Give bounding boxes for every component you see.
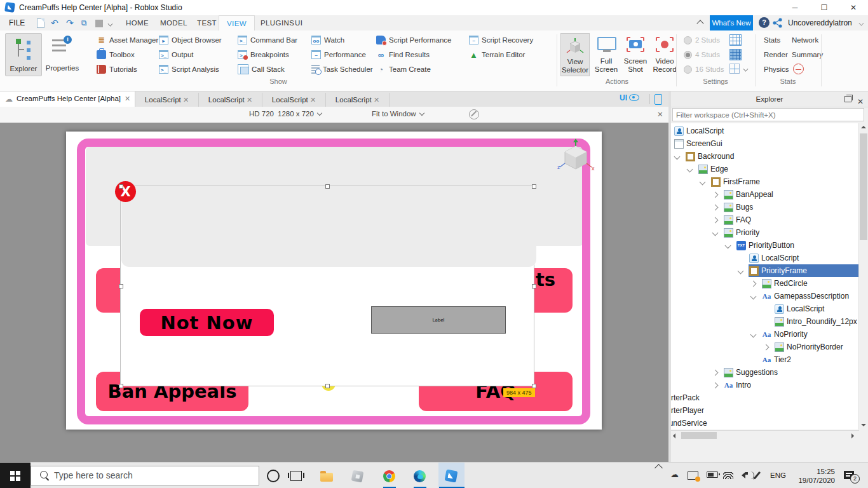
red-circle-close[interactable]: X: [115, 181, 136, 202]
battery-icon[interactable]: [707, 468, 718, 488]
expand-arrow-icon[interactable]: [712, 205, 719, 211]
ribbon-item-output[interactable]: >_Output: [159, 49, 194, 60]
no-throttle-icon[interactable]: [469, 109, 479, 119]
float-panel-icon[interactable]: [844, 96, 851, 102]
grid-setting-16-studs[interactable]: 16 Studs: [684, 64, 724, 75]
collapse-arrow-icon[interactable]: [738, 268, 744, 274]
radio-icon[interactable]: [684, 36, 692, 44]
selection-handle[interactable]: [119, 184, 123, 189]
stats-item-render[interactable]: Render: [764, 49, 788, 60]
stats-item-network[interactable]: Network: [792, 34, 818, 46]
tree-item-faq[interactable]: FAQ: [671, 214, 859, 226]
hidden-icons-button[interactable]: [656, 463, 661, 488]
radio-icon[interactable]: [684, 51, 692, 59]
ribbon-tab-model[interactable]: MODEL: [153, 15, 195, 30]
expand-arrow-icon[interactable]: [712, 370, 719, 376]
close-button[interactable]: ✕: [839, 0, 868, 15]
tab-localscript-4[interactable]: LocalScript ✕: [326, 93, 390, 107]
tree-item-tier2[interactable]: AaTier2: [671, 353, 859, 366]
ribbon-item-tutorials[interactable]: Tutorials: [97, 64, 137, 75]
tree-item-screengui[interactable]: ScreenGui: [671, 137, 859, 150]
selection-handle[interactable]: [532, 384, 536, 388]
tree-item-edge[interactable]: Edge: [671, 163, 859, 175]
language-indicator[interactable]: ENG: [770, 471, 786, 488]
display-sync-icon[interactable]: [688, 471, 698, 488]
tree-item-gamepassdescription[interactable]: AaGamepassDescription: [671, 290, 859, 302]
whats-new-button[interactable]: What's New: [710, 15, 753, 30]
tree-item-localscript[interactable]: LocalScript: [671, 252, 859, 264]
ribbon-item-watch[interactable]: ooWatch: [311, 34, 344, 46]
selection-handle[interactable]: [532, 184, 536, 189]
view-selector-cube[interactable]: z x: [557, 139, 595, 177]
collapse-arrow-icon[interactable]: [700, 179, 706, 186]
quick-access-dropdown-icon[interactable]: [108, 22, 113, 27]
close-panel-icon[interactable]: ✕: [857, 94, 864, 109]
expand-arrow-icon[interactable]: [763, 344, 770, 351]
ribbon-item-object-browser[interactable]: ▸Object Browser: [159, 34, 222, 46]
onedrive-icon[interactable]: ☁: [670, 470, 679, 488]
grid-setting-4-studs[interactable]: 4 Studs: [684, 49, 720, 60]
tree-item-nopriorityborder[interactable]: NoPriorityBorder: [671, 341, 859, 353]
collapse-arrow-icon[interactable]: [674, 154, 681, 160]
label-box[interactable]: Label: [371, 306, 506, 334]
volume-icon[interactable]: [738, 471, 745, 488]
file-explorer-button[interactable]: [318, 467, 336, 485]
scroll-right-icon[interactable]: [851, 433, 854, 438]
start-button[interactable]: [0, 463, 31, 488]
taskbar-search[interactable]: Type here to search: [31, 466, 259, 485]
expand-arrow-icon[interactable]: [712, 217, 719, 224]
collapse-arrow-icon[interactable]: [725, 243, 731, 249]
close-tab-icon[interactable]: ✕: [310, 96, 316, 104]
redo-icon[interactable]: ↷: [66, 18, 74, 28]
ribbon-item-call-stack[interactable]: Call Stack: [238, 64, 285, 75]
ribbon-item-script-performance[interactable]: Script Performance: [376, 34, 451, 46]
vertical-scroll-thumb[interactable]: [860, 133, 867, 240]
ribbon-tab-ui[interactable]: UI: [287, 15, 310, 30]
tree-item-bugs[interactable]: Bugs: [671, 201, 859, 214]
username-label[interactable]: Uncovereddylatron: [788, 18, 852, 27]
close-emulation-icon[interactable]: ✕: [657, 110, 663, 119]
expand-arrow-icon[interactable]: [712, 192, 719, 198]
tab-localscript-1[interactable]: LocalScript ✕: [135, 93, 199, 107]
close-tab-icon[interactable]: ✕: [183, 96, 189, 104]
screenshot-tool-icon[interactable]: ⧉: [81, 18, 87, 28]
tree-item-nopriority[interactable]: AaNoPriority: [671, 328, 859, 341]
wifi-icon[interactable]: [723, 472, 733, 488]
scroll-down-icon[interactable]: [859, 421, 868, 430]
tree-item-soundservice[interactable]: SoundService: [671, 417, 859, 430]
selection-handle[interactable]: [325, 384, 330, 388]
maximize-button[interactable]: ☐: [810, 0, 839, 15]
selection-handle[interactable]: [532, 284, 536, 288]
radio-icon[interactable]: [684, 65, 692, 74]
ui-visibility-toggle[interactable]: UI: [620, 93, 639, 102]
roblox-player-button[interactable]: [348, 467, 366, 485]
screen-shot-button[interactable]: ScreenShot: [621, 33, 649, 75]
expand-arrow-icon[interactable]: [712, 383, 719, 389]
share-icon[interactable]: [772, 17, 783, 29]
quick-access-icon[interactable]: [95, 20, 103, 27]
tree-item-localscript[interactable]: LocalScript: [671, 125, 859, 137]
ribbon-item-script-recovery[interactable]: ~Script Recovery: [469, 34, 533, 46]
tree-item-priority[interactable]: Priority: [671, 226, 859, 239]
ribbon-item-terrain-editor[interactable]: ▲Terrain Editor: [469, 49, 525, 60]
ribbon-item-asset-manager[interactable]: ≣Asset Manager: [97, 34, 158, 46]
grid-icon[interactable]: [729, 34, 742, 46]
tab-game[interactable]: ☁ CreamPuffs Help Center [Alpha] ✕: [0, 92, 135, 107]
properties-toggle-button[interactable]: i Properties: [44, 33, 80, 75]
grid-setting-2-studs[interactable]: 2 Studs: [684, 34, 720, 46]
resolution-dropdown[interactable]: 1280 x 720: [278, 110, 322, 118]
full-screen-button[interactable]: FullScreen: [592, 33, 620, 75]
stats-item-physics[interactable]: Physics: [764, 64, 789, 75]
horizontal-scrollbar[interactable]: [671, 430, 859, 440]
ribbon-item-team-create[interactable]: ◔Team Create: [376, 64, 431, 75]
game-viewport[interactable]: Ban Appeals FAQ ts X Not Now Label 984 x…: [0, 123, 668, 462]
tree-item-intro_roundify_12px[interactable]: Intro_Roundify_12px: [671, 315, 859, 328]
tab-localscript-3[interactable]: LocalScript ✕: [262, 93, 326, 107]
view-selector-button[interactable]: ViewSelector: [560, 33, 590, 76]
edge-button[interactable]: [410, 467, 428, 485]
ribbon-item-script-analysis[interactable]: >_Script Analysis: [159, 64, 219, 75]
ribbon-item-task-scheduler[interactable]: Task Scheduler: [311, 64, 373, 75]
close-tab-icon[interactable]: ✕: [125, 95, 130, 103]
selection-handle[interactable]: [119, 284, 123, 288]
tree-item-suggestions[interactable]: Suggestions: [671, 366, 859, 379]
